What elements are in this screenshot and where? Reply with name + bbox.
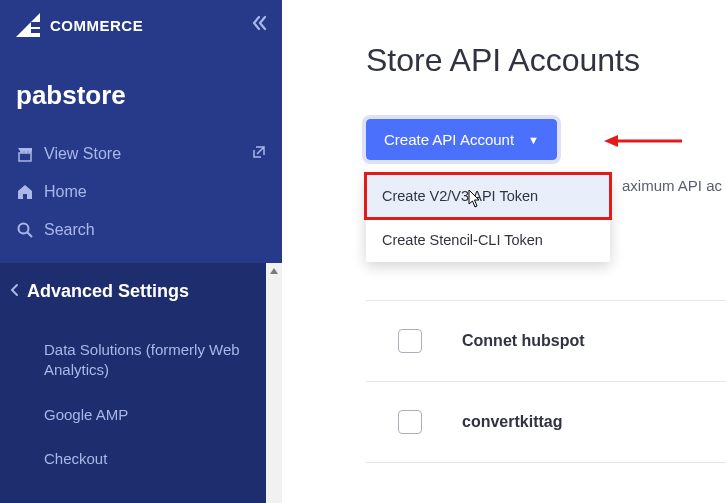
- external-link-icon: [252, 145, 266, 163]
- account-name: Connet hubspot: [462, 332, 585, 350]
- sub-panel-title: Advanced Settings: [27, 281, 189, 302]
- collapse-sidebar-button[interactable]: [250, 14, 268, 37]
- svg-rect-2: [31, 29, 40, 33]
- nav-home[interactable]: Home: [0, 173, 282, 211]
- nav-search[interactable]: Search: [0, 211, 282, 249]
- nav-label: Search: [44, 221, 95, 239]
- store-name: pabstore: [0, 50, 282, 131]
- logo-text: COMMERCE: [50, 17, 143, 34]
- sub-panel-items: Data Solutions (formerly Web Analytics) …: [0, 320, 282, 481]
- sub-item-google-amp[interactable]: Google AMP: [44, 393, 282, 437]
- sub-item-checkout[interactable]: Checkout: [44, 437, 282, 481]
- account-row: Connet hubspot: [366, 301, 726, 382]
- sub-panel: Advanced Settings Data Solutions (former…: [0, 263, 282, 503]
- create-button-label: Create API Account: [384, 131, 514, 148]
- checkbox[interactable]: [398, 329, 422, 353]
- scroll-up-icon[interactable]: [266, 263, 282, 279]
- chevron-double-left-icon: [250, 14, 268, 32]
- caret-down-icon: ▼: [528, 134, 539, 146]
- svg-rect-1: [31, 22, 40, 27]
- annotation-arrow-icon: [604, 133, 682, 153]
- search-icon: [16, 221, 40, 239]
- primary-nav: View Store Home Search: [0, 131, 282, 253]
- create-dropdown: Create V2/V3 API Token Create Stencil-CL…: [366, 174, 610, 262]
- svg-rect-3: [19, 153, 31, 161]
- checkbox[interactable]: [398, 410, 422, 434]
- svg-line-5: [28, 233, 33, 238]
- logo[interactable]: COMMERCE: [16, 13, 143, 37]
- svg-marker-6: [270, 268, 278, 274]
- page-title: Store API Accounts: [366, 42, 726, 79]
- create-row: Create API Account ▼ aximum API ac Creat…: [366, 119, 726, 160]
- account-list: Connet hubspot convertkittag: [366, 300, 726, 463]
- scrollbar-track[interactable]: [266, 263, 282, 503]
- main-content: Store API Accounts Create API Account ▼ …: [298, 0, 726, 503]
- dropdown-item-v2v3-token[interactable]: Create V2/V3 API Token: [366, 174, 610, 218]
- svg-point-4: [19, 224, 29, 234]
- nav-view-store[interactable]: View Store: [0, 135, 282, 173]
- home-icon: [16, 183, 40, 201]
- chevron-left-icon: [10, 283, 19, 300]
- create-api-account-button[interactable]: Create API Account ▼: [366, 119, 557, 160]
- dropdown-item-stencil-token[interactable]: Create Stencil-CLI Token: [366, 218, 610, 262]
- context-text: aximum API ac: [622, 177, 722, 194]
- nav-label: View Store: [44, 145, 121, 163]
- svg-marker-8: [604, 135, 618, 147]
- sidebar: COMMERCE pabstore View Store Home: [0, 0, 282, 503]
- sidebar-header: COMMERCE: [0, 0, 282, 50]
- sub-item-data-solutions[interactable]: Data Solutions (formerly Web Analytics): [44, 328, 282, 393]
- account-row: convertkittag: [366, 382, 726, 463]
- nav-label: Home: [44, 183, 87, 201]
- dropdown-item-label: Create Stencil-CLI Token: [382, 232, 543, 248]
- account-name: convertkittag: [462, 413, 562, 431]
- sub-panel-header[interactable]: Advanced Settings: [0, 263, 282, 320]
- store-icon: [16, 145, 40, 163]
- dropdown-item-label: Create V2/V3 API Token: [382, 188, 538, 204]
- logo-mark-icon: [16, 13, 50, 37]
